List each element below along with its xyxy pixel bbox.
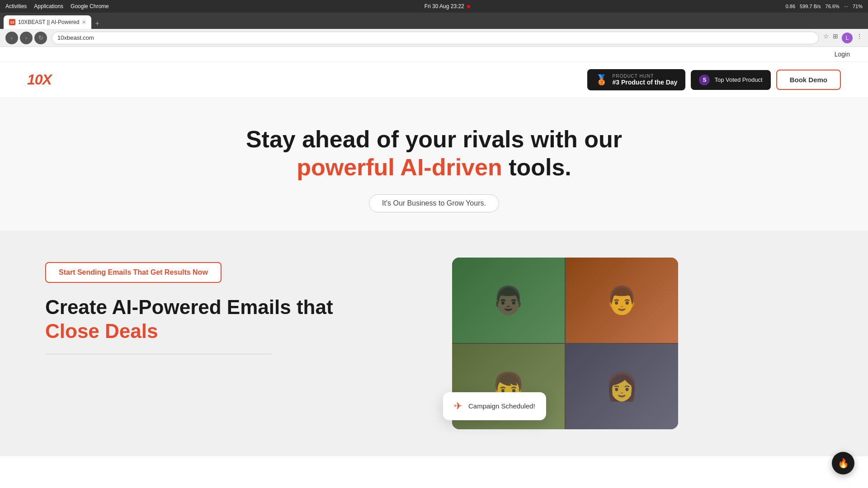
- campaign-popup: ✈ Campaign Scheduled!: [443, 392, 546, 420]
- os-bar-left: Activities Applications Google Chrome: [5, 3, 109, 9]
- hero-subtitle: It's Our Business to Grow Yours.: [369, 194, 499, 212]
- os-battery: 71%: [853, 4, 863, 9]
- os-cpu: 76.6%: [826, 4, 840, 9]
- extension-icon[interactable]: ⊞: [833, 33, 838, 43]
- ph-text: PRODUCT HUNT #3 Product of the Day: [612, 74, 677, 86]
- address-actions: ☆ ⊞ L ⋮: [823, 33, 863, 43]
- os-bar: Activities Applications Google Chrome Fr…: [0, 0, 868, 13]
- os-overflow[interactable]: ···: [844, 4, 848, 9]
- feature-heading-line1: Create AI-Powered Emails that: [45, 296, 333, 318]
- send-icon: ✈: [454, 400, 462, 412]
- hero-accent-text: powerful AI-driven: [297, 154, 502, 180]
- support-button[interactable]: 🔥: [832, 452, 854, 474]
- login-bar: Login: [0, 47, 868, 62]
- hero-tools-text: tools.: [509, 154, 571, 180]
- site-header: 10X 🥉 PRODUCT HUNT #3 Product of the Day…: [0, 62, 868, 98]
- hero-line1: Stay ahead of your rivals with our: [246, 126, 622, 152]
- feature-heading: Create AI-Powered Emails that Close Deal…: [45, 296, 416, 343]
- feature-heading-accent: Close Deals: [45, 320, 158, 342]
- reload-button[interactable]: ↻: [34, 32, 47, 44]
- new-tab-button[interactable]: +: [91, 18, 103, 29]
- menu-icon[interactable]: ⋮: [856, 33, 863, 43]
- top-voted-badge[interactable]: S Top Voted Product: [691, 70, 770, 90]
- page-content: Login 10X 🥉 PRODUCT HUNT #3 Product of t…: [0, 47, 868, 456]
- os-bar-center: Fri 30 Aug 23:22: [425, 3, 470, 9]
- logo: 10X: [27, 71, 52, 88]
- ph-label: PRODUCT HUNT: [612, 74, 677, 79]
- os-network: 599.7 B/s: [800, 4, 821, 9]
- hero-section: Stay ahead of your rivals with our power…: [0, 98, 868, 230]
- browser-nav-buttons: ‹ › ↻: [5, 32, 47, 44]
- video-cell-4: 👩: [566, 344, 678, 429]
- bookmark-icon[interactable]: ☆: [823, 33, 829, 43]
- os-chrome-app[interactable]: Google Chrome: [71, 3, 109, 9]
- address-bar: ‹ › ↻ 10xbeast.com ☆ ⊞ L ⋮: [0, 29, 868, 47]
- feature-divider: [45, 354, 271, 354]
- browser-tab-active[interactable]: 10 10XBEAST || AI-Powered ✕: [4, 15, 91, 29]
- ph-title: #3 Product of the Day: [612, 79, 677, 86]
- browser-tab-bar: 10 10XBEAST || AI-Powered ✕ +: [0, 13, 868, 29]
- video-cell-2: 👨: [566, 258, 678, 343]
- os-activities[interactable]: Activities: [5, 3, 27, 9]
- top-voted-label: Top Voted Product: [714, 76, 762, 83]
- person-icon-4: 👩: [605, 371, 639, 403]
- os-datetime: Fri 30 Aug 23:22: [425, 3, 464, 9]
- tab-close-button[interactable]: ✕: [82, 19, 86, 25]
- stacksocial-icon: S: [699, 75, 710, 85]
- os-dot-indicator: [467, 5, 470, 8]
- feature-left: Start Sending Emails That Get Results No…: [45, 258, 416, 355]
- person-icon-1: 👨🏿: [491, 284, 525, 316]
- forward-button[interactable]: ›: [20, 32, 33, 44]
- feature-section: Start Sending Emails That Get Results No…: [0, 230, 868, 456]
- product-hunt-badge[interactable]: 🥉 PRODUCT HUNT #3 Product of the Day: [587, 69, 685, 90]
- header-badges: 🥉 PRODUCT HUNT #3 Product of the Day S T…: [587, 69, 841, 90]
- support-icon: 🔥: [838, 458, 849, 469]
- book-demo-button[interactable]: Book Demo: [776, 70, 841, 90]
- medal-icon: 🥉: [595, 74, 608, 86]
- feature-cta-button[interactable]: Start Sending Emails That Get Results No…: [45, 262, 222, 283]
- profile-icon[interactable]: L: [842, 33, 853, 43]
- login-link[interactable]: Login: [835, 51, 850, 58]
- hero-title: Stay ahead of your rivals with our power…: [18, 125, 850, 182]
- feature-right: 👨🏿 👨 👦 👩 ✈ Campaign Scheduled!: [452, 258, 823, 429]
- os-applications[interactable]: Applications: [34, 3, 63, 9]
- tab-favicon: 10: [9, 19, 15, 25]
- video-cell-1: 👨🏿: [452, 258, 565, 343]
- person-icon-2: 👨: [605, 284, 639, 316]
- tab-title: 10XBEAST || AI-Powered: [18, 19, 79, 25]
- back-button[interactable]: ‹: [5, 32, 18, 44]
- campaign-text: Campaign Scheduled!: [468, 402, 535, 410]
- os-memory: 0.86: [786, 4, 795, 9]
- address-input[interactable]: 10xbeast.com: [52, 32, 819, 44]
- os-bar-right: 0.86 599.7 B/s 76.6% ··· 71%: [786, 4, 863, 9]
- address-text: 10xbeast.com: [57, 34, 94, 41]
